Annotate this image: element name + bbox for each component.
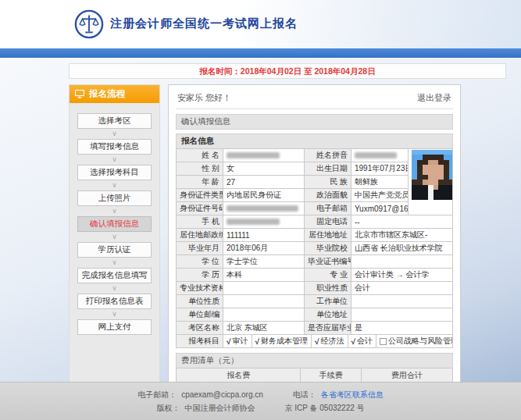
greeting-text: 安家乐 您好！ <box>177 92 231 104</box>
chevron-down-icon: ∨ <box>70 258 159 268</box>
name-value <box>223 149 305 162</box>
sidebar-step-select-subjects[interactable]: 选择报考科目 <box>77 165 152 180</box>
site-header: 注册会计师全国统一考试网上报名 <box>0 0 521 48</box>
subject-economic-law[interactable]: √经济法 <box>311 335 348 347</box>
registration-info-table: 姓 名 姓名拼音 <box>176 148 453 348</box>
footer-email-label: 电子邮箱： <box>137 390 177 400</box>
site-title: 注册会计师全国统一考试网上报名 <box>110 16 298 31</box>
redacted-value <box>227 205 298 212</box>
subject-audit[interactable]: √审计 <box>223 335 252 347</box>
chevron-down-icon: ∨ <box>70 180 159 190</box>
sidebar-step-upload-photo[interactable]: 上传照片 <box>77 190 152 206</box>
footer-phone-label: 电话： <box>293 390 316 400</box>
table-row: 学 历本科专 业会计审计类 → 会计学 <box>177 269 453 282</box>
chevron-down-icon: ∨ <box>70 232 159 242</box>
page: 注册会计师全国统一考试网上报名 报名时间：2018年04月02日 至 2018年… <box>0 0 521 420</box>
sidebar-step-select-zone[interactable]: 选择考区 <box>77 113 152 129</box>
fee-section-title: 费用清单（元） <box>176 353 453 368</box>
sidebar: 报名流程 选择考区 ∨ 填写报考信息 ∨ 选择报考科目 ∨ 上传照片 ∨ 确认填… <box>69 84 160 420</box>
fee-header-row: 报名费 手续费 费用合计 <box>177 368 453 383</box>
section-confirm-title: 确认填报信息 <box>176 114 453 130</box>
sidebar-step-print-form[interactable]: 打印报名信息表 <box>77 294 152 309</box>
subject-accounting[interactable]: √会计 <box>348 335 376 347</box>
monitor-icon <box>75 90 84 98</box>
content-area: 报名时间：2018年04月02日 至 2018年04月28日 报名流程 选择考区… <box>0 58 521 382</box>
applicant-photo <box>412 150 453 200</box>
footer-copyright-label: 版权： <box>156 403 180 414</box>
sidebar-step-complete-info[interactable]: 完成报名信息填写 <box>77 268 152 283</box>
header-divider-bar <box>0 48 521 59</box>
province-contact-link[interactable]: 各省考区联系信息 <box>321 390 384 400</box>
sidebar-step-education-cert[interactable]: 学历认证 <box>77 242 152 258</box>
table-row: 姓 名 姓名拼音 <box>177 149 453 162</box>
check-icon: √ <box>227 337 231 346</box>
brand: 注册会计师全国统一考试网上报名 <box>74 9 298 39</box>
footer-copyright: 中国注册会计师协会 <box>184 403 255 414</box>
table-row: 单位邮编单位地址 <box>177 308 453 322</box>
subject-financial-cost-mgmt[interactable]: √财务成本管理 <box>252 335 312 347</box>
footer-email: cpaexam@cicpa.org.cn <box>181 390 263 399</box>
check-icon: √ <box>351 337 356 346</box>
subject-list: √审计 √财务成本管理 √经济法 √会计 公司战略与风险管理 税法 <box>223 335 452 347</box>
table-row: 考区名称北京 东城区是否应届毕业生是 <box>177 322 453 335</box>
chevron-down-icon: ∨ <box>70 206 159 216</box>
section-info-title: 报名信息 <box>176 133 453 149</box>
sidebar-step-online-payment[interactable]: 网上支付 <box>77 319 152 335</box>
check-icon: √ <box>315 337 319 346</box>
table-row: 学 位学士学位毕业证书编号 <box>177 255 453 269</box>
id-number-value <box>223 202 305 215</box>
table-row: 专业技术资格职业性质会计 <box>177 282 453 295</box>
chevron-down-icon: ∨ <box>70 129 159 139</box>
redacted-value <box>227 152 280 158</box>
logout-link[interactable]: 退出登录 <box>417 92 451 104</box>
chevron-down-icon: ∨ <box>70 309 159 319</box>
table-row: 手 机固定电话-- <box>177 215 453 229</box>
main-panel: 安家乐 您好！ 退出登录 确认填报信息 报名信息 姓 名 姓名拼音 <box>168 84 461 420</box>
chevron-down-icon: ∨ <box>70 155 159 165</box>
check-icon: √ <box>255 337 260 346</box>
redacted-value <box>227 219 280 225</box>
step-list: 选择考区 ∨ 填写报考信息 ∨ 选择报考科目 ∨ 上传照片 ∨ 确认填报信息 ∨… <box>70 103 159 343</box>
chevron-down-icon: ∨ <box>70 283 159 294</box>
table-row: 单位性质工作单位 <box>177 295 453 308</box>
registration-period-notice: 报名时间：2018年04月02日 至 2018年04月28日 <box>69 63 506 79</box>
table-row: 居住地邮政编码111111居住地地址北京市市辖区东城区- <box>177 229 453 242</box>
table-row-subjects: 报考科目 √审计 √财务成本管理 √经济法 √会计 公司战略与风险管理 税法 <box>177 335 453 348</box>
footer-icp: 京 ICP 备 05032222 号 <box>284 403 364 414</box>
table-row: 毕业年月2018年06月毕业院校山西省 长治职业技术学院 <box>177 242 453 255</box>
sidebar-step-fill-info[interactable]: 填写报考信息 <box>77 139 152 155</box>
sidebar-step-confirm-info[interactable]: 确认填报信息 <box>77 216 152 232</box>
sidebar-header: 报名流程 <box>70 85 159 103</box>
page-footer: 电子邮箱：cpaexam@cicpa.org.cn 电话：各省考区联系信息 版权… <box>0 382 521 420</box>
checkbox-unchecked-icon[interactable] <box>380 338 387 345</box>
mobile-value <box>223 215 305 229</box>
cicpa-logo-icon <box>74 9 104 39</box>
sidebar-title: 报名流程 <box>89 88 125 100</box>
subject-strategy-risk[interactable]: 公司战略与风险管理 <box>376 335 453 347</box>
pinyin-value <box>351 149 409 162</box>
photo-cell <box>409 149 453 215</box>
redacted-value <box>355 152 397 158</box>
